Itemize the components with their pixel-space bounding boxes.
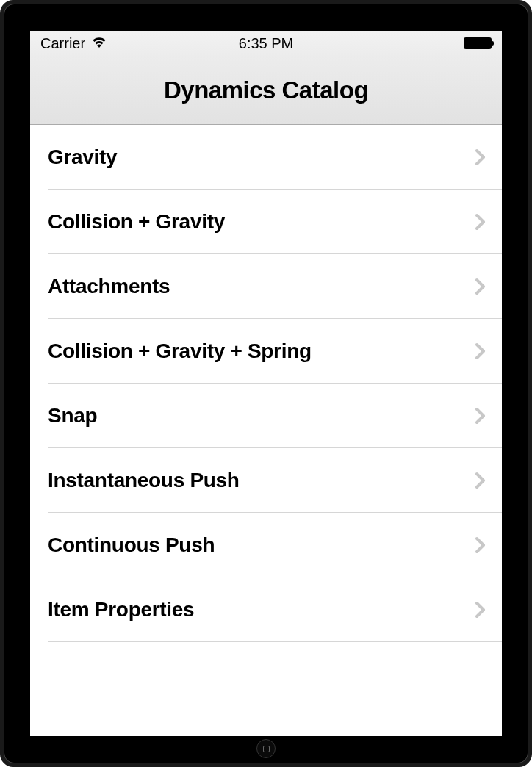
cell-label: Continuous Push: [48, 533, 215, 557]
chevron-right-icon: [475, 213, 486, 231]
status-bar-right: [464, 37, 492, 49]
chevron-right-icon: [475, 536, 486, 554]
table-row-snap[interactable]: Snap: [30, 384, 502, 448]
chevron-right-icon: [475, 148, 486, 166]
table-row-continuous-push[interactable]: Continuous Push: [30, 513, 502, 577]
table-row-instantaneous-push[interactable]: Instantaneous Push: [30, 448, 502, 513]
table-view[interactable]: Gravity Collision + Gravity Attachments: [30, 125, 502, 642]
ipad-bezel: Carrier 6:35 PM Dynamics Catalog: [4, 4, 528, 763]
status-bar: Carrier 6:35 PM: [30, 31, 502, 56]
status-bar-left: Carrier: [40, 35, 107, 52]
table-row-attachments[interactable]: Attachments: [30, 254, 502, 319]
wifi-icon: [91, 35, 107, 52]
chevron-right-icon: [475, 601, 486, 619]
carrier-label: Carrier: [40, 35, 85, 52]
table-row-gravity[interactable]: Gravity: [30, 125, 502, 190]
page-title: Dynamics Catalog: [164, 76, 368, 104]
cell-label: Attachments: [48, 275, 170, 298]
table-row-collision-gravity[interactable]: Collision + Gravity: [30, 190, 502, 254]
chevron-right-icon: [475, 342, 486, 360]
status-bar-time: 6:35 PM: [239, 35, 293, 52]
cell-label: Collision + Gravity: [48, 210, 225, 234]
cell-label: Gravity: [48, 145, 117, 169]
cell-label: Item Properties: [48, 598, 194, 622]
cell-label: Instantaneous Push: [48, 469, 240, 492]
cell-label: Collision + Gravity + Spring: [48, 339, 312, 363]
home-button-icon: [263, 746, 270, 752]
navigation-bar: Dynamics Catalog: [30, 56, 502, 125]
battery-icon: [464, 37, 492, 49]
screen: Carrier 6:35 PM Dynamics Catalog: [30, 31, 502, 736]
chevron-right-icon: [475, 278, 486, 295]
chevron-right-icon: [475, 472, 486, 489]
chevron-right-icon: [475, 407, 486, 425]
home-button[interactable]: [256, 739, 276, 758]
table-row-item-properties[interactable]: Item Properties: [30, 577, 502, 642]
table-row-collision-gravity-spring[interactable]: Collision + Gravity + Spring: [30, 319, 502, 384]
ipad-device-frame: Carrier 6:35 PM Dynamics Catalog: [0, 0, 532, 767]
cell-label: Snap: [48, 404, 97, 428]
